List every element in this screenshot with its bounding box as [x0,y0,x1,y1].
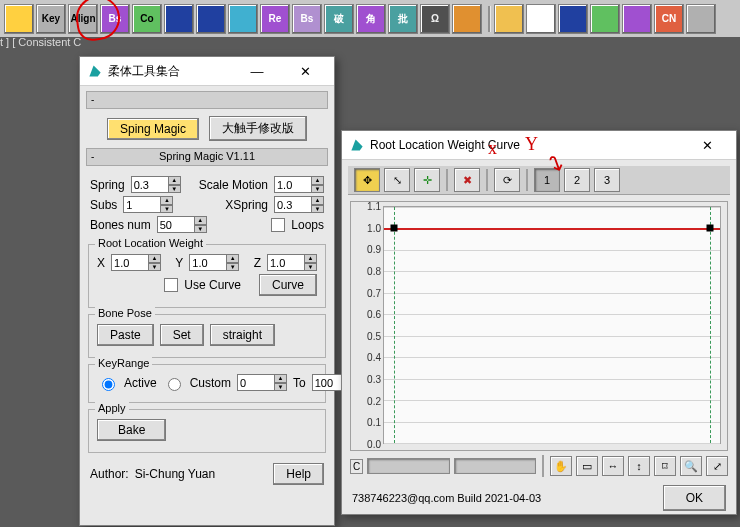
cube3[interactable] [622,4,652,34]
from-input[interactable] [237,374,275,391]
cn[interactable]: CN [654,4,684,34]
xspring-label: XSpring [225,198,268,212]
add-point-tool[interactable]: ✛ [414,168,440,192]
po[interactable]: 破 [324,4,354,34]
y-tick: 0.3 [353,374,381,385]
curve-graph[interactable]: 1.11.00.90.80.70.60.50.40.30.20.10.0 [350,201,728,451]
curve-dialog: Root Location Weight Curve ✕ ✥ ⤡ ✛ ✖ ⟳ 1… [341,130,737,515]
app-icon [88,64,102,78]
zoom-extents[interactable]: ▭ [576,456,598,476]
y-tick: 0.7 [353,287,381,298]
loops-label: Loops [291,218,324,232]
align[interactable]: Align [68,4,98,34]
pi[interactable]: 批 [388,4,418,34]
zoom-all[interactable]: ⤢ [706,456,728,476]
y-tick: 0.6 [353,309,381,320]
pan-tool[interactable]: ✋ [550,456,572,476]
move-tool[interactable]: ✥ [354,168,380,192]
loops-checkbox[interactable] [271,218,285,232]
bones-label: Bones num [90,218,151,232]
set-button[interactable]: Set [160,324,204,346]
zoom-h[interactable]: ↔ [602,456,624,476]
value-field-1[interactable] [367,458,449,474]
dialog-titlebar[interactable]: 柔体工具集合 — ✕ [80,57,334,86]
o1[interactable]: Ω [420,4,450,34]
close-button[interactable]: ✕ [284,57,326,85]
zoom-region[interactable]: ⌑ [654,456,676,476]
co[interactable]: Co [132,4,162,34]
rename[interactable]: Re [260,4,290,34]
cube2[interactable] [590,4,620,34]
scale-input[interactable] [274,176,312,193]
t1[interactable] [164,4,194,34]
jiao[interactable]: 角 [356,4,386,34]
reset-tool[interactable]: ⟳ [494,168,520,192]
custom[interactable] [452,4,482,34]
tab-2[interactable]: 2 [564,168,590,192]
curve-dialog-titlebar[interactable]: Root Location Weight Curve ✕ [342,131,736,160]
key[interactable]: Key [36,4,66,34]
y-tick: 0.4 [353,352,381,363]
script-icon[interactable] [4,4,34,34]
tab-1[interactable]: 1 [534,168,560,192]
root-location-weight-group: Root Location Weight X ▲▼ Y ▲▼ Z ▲▼ Use … [88,244,326,308]
spring-label: Spring [90,178,125,192]
subs-label: Subs [90,198,117,212]
app-icon [350,138,364,152]
bones-input[interactable] [157,216,195,233]
author-label: Author: [90,467,129,481]
spring-magic-dialog: 柔体工具集合 — ✕ - Sping Magic 大触手修改版 -Spring … [79,56,335,526]
unk[interactable] [686,4,716,34]
y-tick: 0.0 [353,439,381,450]
spring-input[interactable] [131,176,169,193]
c-label: C [350,459,363,474]
z-input[interactable] [267,254,305,271]
curve-toolbar: ✥ ⤡ ✛ ✖ ⟳ 1 2 3 [348,166,730,195]
active-radio[interactable] [102,378,115,391]
straight-button[interactable]: straight [210,324,275,346]
tab-3[interactable]: 3 [594,168,620,192]
bs14[interactable]: Bs [100,4,130,34]
dialog-title: 柔体工具集合 [108,63,180,80]
x-input[interactable] [111,254,149,271]
zoom-tool[interactable]: 🔍 [680,456,702,476]
help-button[interactable]: Help [273,463,324,485]
value-field-2[interactable] [454,458,536,474]
curve-knot[interactable] [391,225,398,232]
cube1[interactable] [558,4,588,34]
subs-input[interactable] [123,196,161,213]
ok-button[interactable]: OK [663,485,726,511]
top-toolbar: KeyAlignBsCoReBs破角批ΩCN [0,0,740,37]
y-tick: 1.1 [353,201,381,212]
custom-radio[interactable] [168,378,181,391]
curve-button[interactable]: Curve [259,274,317,296]
y-tick: 0.9 [353,244,381,255]
t2[interactable] [196,4,226,34]
y-tick: 0.5 [353,330,381,341]
rollout2-header[interactable]: -Spring Magic V1.11 [86,148,328,166]
y-tick: 0.1 [353,417,381,428]
paste-button[interactable]: Paste [97,324,154,346]
delete-tool[interactable]: ✖ [454,168,480,192]
xspring-input[interactable] [274,196,312,213]
bake-button[interactable]: Bake [97,419,166,441]
zoom-v[interactable]: ↕ [628,456,650,476]
scale-label: Scale Motion [199,178,268,192]
footer-text: 738746223@qq.com Build 2021-04-03 [352,492,541,504]
sping-magic-button[interactable]: Sping Magic [107,118,199,140]
tentacle-button[interactable]: 大触手修改版 [209,116,307,141]
y-input[interactable] [189,254,227,271]
folder[interactable] [494,4,524,34]
scale-tool[interactable]: ⤡ [384,168,410,192]
bs15[interactable]: Bs [292,4,322,34]
curve-knot[interactable] [706,225,713,232]
author-name: Si-Chung Yuan [135,467,216,481]
apply-group: Apply Bake [88,409,326,453]
close-button[interactable]: ✕ [686,131,728,159]
rollout1-header[interactable]: - [86,91,328,109]
minimize-button[interactable]: — [236,57,278,85]
t3[interactable] [228,4,258,34]
check[interactable] [526,4,556,34]
curve-dialog-title: Root Location Weight Curve [370,138,520,152]
use-curve-checkbox[interactable] [164,278,178,292]
